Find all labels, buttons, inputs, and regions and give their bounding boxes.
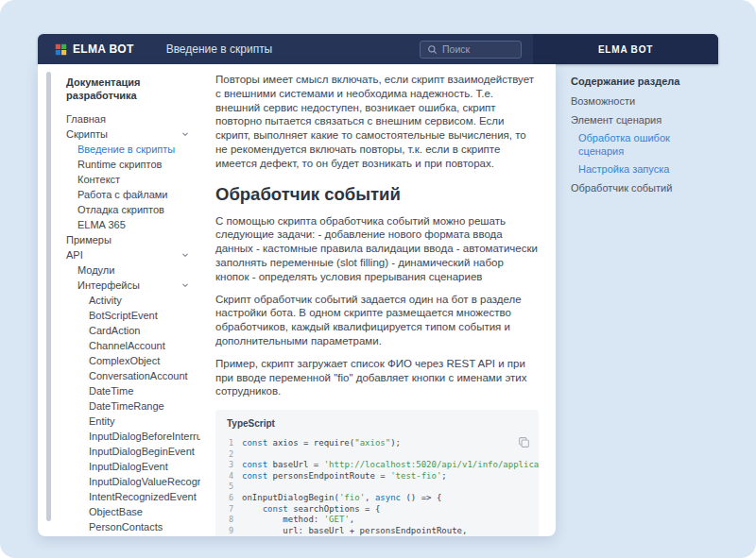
- sidebar-item[interactable]: Главная: [66, 111, 200, 127]
- sidebar-scrollbar[interactable]: [46, 72, 51, 521]
- body-row: Документация разработчика ГлавнаяСкрипты…: [38, 64, 718, 536]
- code-line: 8 method: 'GET',: [215, 514, 539, 525]
- top-navbar: ELMA BOT Введение в скрипты ELMA BOT: [38, 34, 718, 64]
- sidebar-item-label: Entity: [89, 415, 115, 427]
- sidebar-item[interactable]: ConversationAccount: [66, 368, 200, 383]
- sidebar-item-label: CardAction: [89, 325, 140, 336]
- sidebar-item[interactable]: Работа с файлами: [66, 187, 200, 202]
- sidebar-item-label: BotScriptEvent: [89, 310, 158, 321]
- sidebar-item[interactable]: Отладка скриптов: [66, 202, 200, 217]
- account-area[interactable]: ELMA BOT: [533, 34, 718, 64]
- sidebar-item[interactable]: Примеры: [66, 232, 200, 247]
- paragraph: С помощью скрипта обработчика событий мо…: [215, 214, 539, 284]
- page-background: ELMA BOT Введение в скрипты ELMA BOT: [0, 0, 756, 558]
- sidebar-item[interactable]: PersonFullName: [66, 534, 200, 536]
- sidebar-item[interactable]: BotScriptEvent: [66, 308, 200, 323]
- code-line: 3const baseUrl = 'http://localhost:5020/…: [215, 459, 539, 470]
- toc-item[interactable]: Обработчик событий: [571, 182, 713, 195]
- code-line: 10 };: [215, 535, 539, 536]
- code-line: 6onInputDialogBegin('fio', async () => {: [215, 492, 539, 503]
- code-block: TypeScript 1const axios = require("axios…: [215, 410, 539, 536]
- content-paragraphs: С помощью скрипта обработчика событий мо…: [215, 214, 539, 399]
- sidebar-item-label: InputDialogEvent: [89, 461, 168, 472]
- sidebar-item-label: InputDialogValueRecogniz: [89, 476, 200, 487]
- sidebar-item-label: API: [66, 249, 83, 261]
- sidebar-item-label: ChannelAccount: [89, 340, 165, 351]
- sidebar-item[interactable]: Entity: [66, 414, 200, 429]
- code-line: 7 const searchOptions = {: [215, 503, 539, 515]
- toc-item[interactable]: Возможности: [571, 95, 713, 109]
- sidebar-item[interactable]: Модули: [66, 262, 200, 278]
- paragraph: Скрипт обработчик событий задается один …: [215, 293, 539, 348]
- sidebar: Документация разработчика ГлавнаяСкрипты…: [38, 64, 200, 536]
- sidebar-item[interactable]: Activity: [66, 293, 200, 308]
- sidebar-title: Документация разработчика: [66, 76, 200, 102]
- sidebar-item-label: Activity: [89, 295, 122, 306]
- main-content: Повторы имеет смысл включать, если скрип…: [200, 64, 556, 536]
- sidebar-item[interactable]: ComplexObject: [66, 353, 200, 368]
- brand-label: ELMA BOT: [73, 42, 134, 56]
- toc-nav: ВозможностиЭлемент сценарияОбработка оши…: [571, 95, 718, 194]
- intro-paragraph: Повторы имеет смысл включать, если скрип…: [215, 73, 539, 171]
- toc: Содержание раздела ВозможностиЭлемент сц…: [556, 64, 718, 200]
- code-line: 2: [215, 448, 539, 460]
- sidebar-item-label: Отладка скриптов: [77, 204, 164, 215]
- code-line: 5: [215, 482, 539, 493]
- toc-item[interactable]: Обработка ошибок сценария: [578, 132, 703, 158]
- sidebar-item-label: Модули: [77, 264, 114, 276]
- sidebar-item[interactable]: InputDialogBeginEvent: [66, 444, 200, 459]
- sidebar-item[interactable]: InputDialogBeforeInterrup: [66, 429, 200, 444]
- sidebar-item[interactable]: Контекст: [66, 172, 200, 187]
- chevron-down-icon: [181, 130, 189, 138]
- sidebar-item-label: Скрипты: [66, 128, 108, 140]
- sidebar-item-label: ConversationAccount: [89, 370, 188, 381]
- line-number: 3: [215, 460, 242, 469]
- toc-title: Содержание раздела: [571, 76, 718, 87]
- sidebar-item-label: ComplexObject: [89, 355, 160, 366]
- line-number: 1: [215, 438, 242, 448]
- sidebar-item[interactable]: InputDialogValueRecogniz: [66, 474, 200, 489]
- toc-item[interactable]: Элемент сценария: [571, 114, 713, 127]
- sidebar-item[interactable]: DateTime: [66, 383, 200, 398]
- sidebar-item-label: InputDialogBeginEvent: [89, 446, 195, 457]
- sidebar-item[interactable]: IntentRecognizedEvent: [66, 489, 200, 504]
- line-number: 7: [215, 504, 242, 514]
- copy-code-button[interactable]: [518, 436, 530, 448]
- sidebar-item[interactable]: Runtime скриптов: [66, 157, 200, 172]
- chevron-down-icon: [181, 281, 189, 289]
- sidebar-item[interactable]: Введение в скрипты: [66, 142, 200, 157]
- line-number: 8: [215, 515, 242, 524]
- line-number: 5: [215, 482, 242, 491]
- paragraph: Пример, скрипт загружает список ФИО чере…: [215, 357, 539, 398]
- search-box[interactable]: [420, 41, 522, 59]
- copy-icon: [518, 437, 530, 451]
- sidebar-item-label: Контекст: [77, 174, 120, 185]
- sidebar-item[interactable]: Интерфейсы: [66, 278, 200, 293]
- search-icon: [427, 44, 438, 55]
- line-number: 4: [215, 471, 242, 481]
- sidebar-nav: ГлавнаяСкриптыВведение в скриптыRuntime …: [66, 111, 200, 536]
- sidebar-item[interactable]: ObjectBase: [66, 504, 200, 519]
- sidebar-item-label: Введение в скрипты: [77, 144, 175, 155]
- brand[interactable]: ELMA BOT: [38, 42, 134, 56]
- sidebar-item[interactable]: Скрипты: [66, 127, 200, 142]
- account-label: ELMA BOT: [598, 44, 653, 55]
- sidebar-item-label: DateTime: [89, 385, 133, 397]
- sidebar-item-label: DateTimeRange: [89, 400, 164, 412]
- sidebar-item[interactable]: InputDialogEvent: [66, 459, 200, 474]
- sidebar-item[interactable]: DateTimeRange: [66, 398, 200, 414]
- line-number: 2: [215, 449, 242, 459]
- sidebar-item-label: Работа с файлами: [77, 189, 167, 200]
- section-heading: Обработчик событий: [215, 184, 539, 205]
- sidebar-item[interactable]: PersonContacts: [66, 519, 200, 534]
- toc-item[interactable]: Настройка запуска: [578, 163, 703, 177]
- code-line: 1const axios = require("axios");: [215, 437, 539, 448]
- search-input[interactable]: [442, 43, 514, 55]
- sidebar-item-label: InputDialogBeforeInterrup: [89, 431, 200, 442]
- sidebar-item[interactable]: API: [66, 247, 200, 262]
- sidebar-item[interactable]: ELMA 365: [66, 217, 200, 232]
- sidebar-item-label: ObjectBase: [89, 506, 143, 517]
- line-number: 9: [215, 526, 242, 535]
- sidebar-item[interactable]: CardAction: [66, 323, 200, 338]
- sidebar-item[interactable]: ChannelAccount: [66, 338, 200, 353]
